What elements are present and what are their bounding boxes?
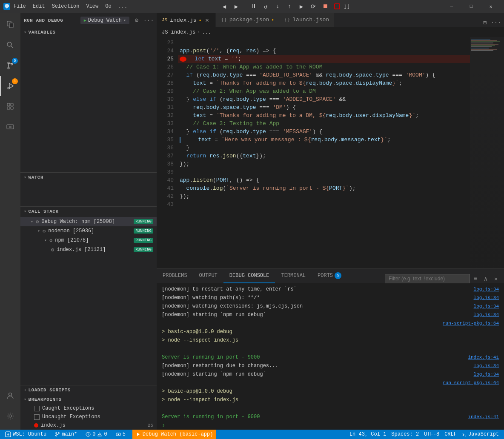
debug-restart-btn[interactable]: ↺ [261, 1, 271, 11]
status-wsl[interactable]: WSL: Ubuntu [3, 430, 48, 439]
status-ports[interactable]: 5 [114, 430, 127, 439]
code-line-26: // Case 1: When App was added to the ROO… [178, 63, 470, 71]
index-js-breakpoint-item[interactable]: index.js 25 [20, 421, 157, 430]
activity-explorer[interactable] [0, 14, 20, 35]
status-errors[interactable]: 0 0 [84, 430, 109, 439]
console-output[interactable]: [nodemon] to restart at any time, enter … [157, 283, 504, 421]
console-source-15[interactable]: index.js:41 [468, 413, 499, 421]
uncaught-exceptions-checkbox[interactable] [34, 414, 40, 420]
activity-account[interactable] [0, 385, 20, 406]
breadcrumb-file[interactable]: JS index.js [162, 29, 195, 35]
svg-rect-10 [7, 107, 10, 109]
status-line-ending-label: CRLF [444, 431, 457, 437]
main-layout: 5 1 [0, 13, 504, 430]
svg-point-5 [8, 67, 9, 69]
tab-package-json[interactable]: {} package.json ● [216, 13, 279, 27]
caught-exceptions-checkbox[interactable] [34, 406, 40, 411]
console-input[interactable] [168, 422, 499, 428]
status-debug-label: Debug Watch (basic-app) [143, 431, 213, 437]
split-editor-btn[interactable]: ⊟ [480, 18, 490, 27]
close-btn[interactable]: ✕ [481, 0, 501, 13]
console-collapse-btn[interactable]: ∧ [481, 274, 490, 283]
line-numbers: 23 24 25 26 27 28 29 30 31 32 33 34 35 3… [157, 37, 178, 268]
tab-launch-json[interactable]: {} launch.json [279, 13, 335, 27]
menu-go[interactable]: Go [105, 3, 111, 9]
panel-tab-ports[interactable]: PORTS 5 [312, 268, 347, 283]
callstack-item-3[interactable]: ⚙ index.js [21121] RUNNING [20, 245, 157, 254]
status-debug-session[interactable]: Debug Watch (basic-app) [132, 430, 217, 439]
debug-session-selector[interactable]: ▶ Debug Watch ▾ [80, 17, 129, 24]
status-line-ending[interactable]: CRLF [443, 430, 458, 439]
code-editor: 23 24 25 26 27 28 29 30 31 32 33 34 35 3… [157, 37, 504, 268]
breadcrumb-loc[interactable]: ... [202, 29, 211, 35]
console-source-2[interactable]: log.js:34 [474, 302, 499, 310]
activity-settings[interactable] [0, 406, 20, 426]
debug-stop-btn[interactable]: ⏹ [320, 1, 330, 11]
status-branch[interactable]: main* [53, 430, 79, 439]
debug-step-over-btn[interactable]: ↓ [272, 1, 283, 11]
callstack-item-0[interactable]: ▾ ⚙ Debug Watch: npm [25008] RUNNING [20, 217, 157, 226]
callstack-item-1[interactable]: ▾ ⚙ nodemon [25036] RUNNING [20, 226, 157, 236]
uncaught-exceptions-item[interactable]: Uncaught Exceptions [20, 413, 157, 421]
console-source-0[interactable]: log.js:34 [474, 285, 499, 293]
watch-header[interactable]: ▾ WATCH [20, 173, 157, 182]
panel-tab-output[interactable]: OUTPUT [193, 268, 223, 283]
console-source-10[interactable]: log.js:34 [474, 371, 499, 378]
menu-edit[interactable]: Edit [33, 3, 45, 9]
console-filter-input[interactable] [385, 274, 470, 283]
activity-run-debug[interactable]: 1 [0, 76, 20, 96]
activity-extensions[interactable] [0, 96, 20, 117]
maximize-btn[interactable]: □ [461, 0, 481, 13]
status-position[interactable]: Ln 43, Col 1 [348, 430, 388, 439]
variables-header[interactable]: ▾ VARIABLES [20, 28, 157, 37]
debug-step-into-btn[interactable]: ↑ [284, 1, 295, 11]
debug-record-btn[interactable] [332, 1, 342, 11]
console-source-4[interactable]: run-script-pkg.js:64 [443, 319, 499, 327]
status-spaces[interactable]: Spaces: 2 [389, 430, 421, 439]
console-source-9[interactable]: log.js:34 [474, 362, 499, 370]
editor-area: JS index.js ● ✕ {} package.json ● {} lau… [157, 13, 504, 430]
loaded-scripts-header[interactable]: › LOADED SCRIPTS [20, 385, 157, 395]
debug-continue-btn[interactable]: ▶ [296, 1, 306, 11]
breakpoints-header[interactable]: ▾ BREAKPOINTS [20, 395, 157, 404]
code-line-32: text = `Thanks for adding me to a DM, ${… [178, 111, 470, 120]
console-source-1[interactable]: log.js:34 [474, 294, 499, 302]
caught-exceptions-item[interactable]: Caught Exceptions [20, 404, 157, 413]
panel-tab-problems[interactable]: PROBLEMS [157, 268, 193, 283]
panel-close-btn[interactable]: ✕ [491, 274, 501, 283]
status-spaces-label: Spaces: 2 [391, 431, 419, 437]
variables-label: VARIABLES [29, 30, 56, 35]
code-content[interactable]: app.post('/', (req, res) => { let text =… [178, 37, 470, 268]
debug-forward-btn[interactable]: ▶ [231, 1, 241, 11]
debug-settings-btn[interactable]: ⚙ [132, 16, 141, 25]
activity-remote[interactable] [0, 117, 20, 137]
activity-source-control[interactable]: 5 [0, 55, 20, 76]
console-source-11[interactable]: run-script-pkg.js:64 [443, 379, 499, 387]
activity-search[interactable] [0, 35, 20, 55]
debug-back-btn[interactable]: ◀ [219, 1, 229, 11]
panel-tab-terminal[interactable]: TERMINAL [275, 268, 312, 283]
svg-line-3 [11, 46, 13, 48]
menu-view[interactable]: View [86, 3, 98, 9]
tab-close-index-js[interactable]: ✕ [203, 17, 210, 23]
menu-selection[interactable]: Selection [52, 3, 80, 9]
console-list-btn[interactable]: ≡ [471, 274, 480, 283]
callstack-header[interactable]: ▾ CALL STACK [20, 207, 157, 216]
status-encoding[interactable]: UTF-8 [422, 430, 441, 439]
status-language[interactable]: JavaScript [460, 430, 501, 439]
panel-tab-debug-console[interactable]: DEBUG CONSOLE [223, 268, 275, 283]
console-source-3[interactable]: log.js:34 [474, 311, 499, 319]
console-source-8[interactable]: index.js:41 [468, 353, 499, 361]
menu-file[interactable]: File [14, 3, 26, 9]
console-line-12: > basic-app@1.0.0 debug [157, 387, 504, 396]
menu-more[interactable]: ... [118, 3, 128, 9]
watch-label: WATCH [29, 175, 44, 180]
debug-more-btn[interactable]: ··· [144, 16, 153, 25]
callstack-item-2[interactable]: ▾ ⚙ npm [21078] RUNNING [20, 236, 157, 245]
minimize-btn[interactable]: ─ [442, 0, 461, 13]
debug-pause-btn[interactable]: ⏸ [249, 1, 259, 11]
debug-refresh-btn[interactable]: ⟳ [308, 1, 318, 11]
more-actions-btn[interactable]: ··· [491, 18, 501, 27]
tab-index-js[interactable]: JS index.js ● ✕ [157, 13, 216, 27]
bottom-sections: › LOADED SCRIPTS ▾ BREAKPOINTS Caught Ex… [20, 385, 157, 430]
